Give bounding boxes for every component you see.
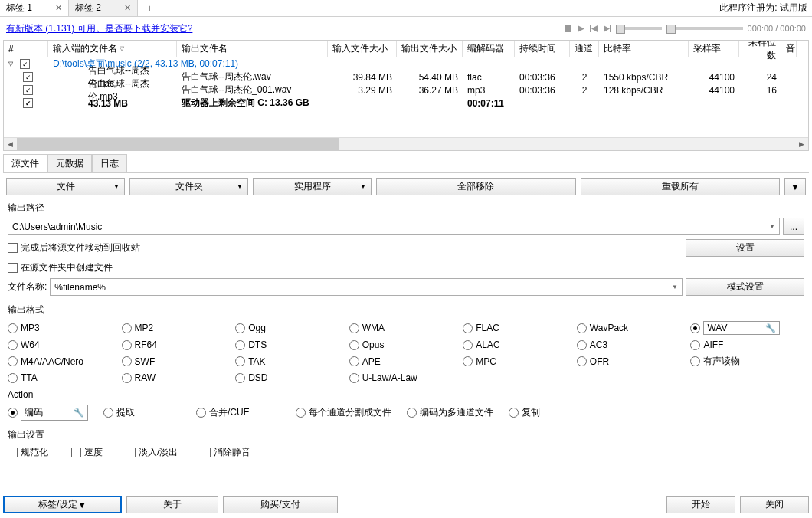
- about-button[interactable]: 关于: [126, 496, 218, 513]
- action-merge[interactable]: 合并/CUE: [196, 406, 250, 419]
- col-duration[interactable]: 持续时间: [515, 41, 570, 57]
- format-option-w64[interactable]: W64: [8, 339, 122, 350]
- radio-icon: [8, 340, 18, 350]
- format-option-raw[interactable]: RAW: [122, 372, 236, 383]
- col-output-file[interactable]: 输出文件名: [177, 41, 328, 57]
- format-option-mp3[interactable]: MP3: [8, 321, 122, 335]
- silence-checkbox[interactable]: 消除静音: [201, 446, 250, 459]
- settings-button[interactable]: 设置: [686, 239, 804, 257]
- col-input-file[interactable]: 输入端的文件名 ▽: [48, 41, 177, 57]
- format-option-ac3[interactable]: AC3: [577, 339, 691, 350]
- horizontal-scrollbar[interactable]: ◀ ▶: [4, 137, 808, 150]
- col-channels[interactable]: 通道: [570, 41, 599, 57]
- sub-tabs: 源文件 元数据 日志: [3, 154, 809, 172]
- format-option-ape[interactable]: APE: [349, 355, 463, 368]
- col-samplerate[interactable]: 采样率: [689, 41, 739, 57]
- format-option-wav[interactable]: WAV🔧: [690, 321, 804, 335]
- filename-pattern-input[interactable]: %filename% ▼: [50, 278, 683, 296]
- action-copy[interactable]: 复制: [509, 406, 540, 419]
- radio-icon: [690, 356, 700, 366]
- folder-button[interactable]: 文件夹▼: [129, 178, 248, 195]
- format-option-alac[interactable]: ALAC: [463, 339, 577, 350]
- action-split[interactable]: 每个通道分割成文件: [296, 406, 391, 419]
- col-number[interactable]: #: [4, 41, 48, 57]
- stop-button[interactable]: [564, 25, 572, 33]
- action-multi[interactable]: 编码为多通道文件: [407, 406, 493, 419]
- scroll-left-icon[interactable]: ◀: [4, 138, 17, 150]
- format-option-dts[interactable]: DTS: [235, 339, 349, 350]
- format-option-dsd[interactable]: DSD: [235, 372, 349, 383]
- subtab-source[interactable]: 源文件: [3, 154, 47, 172]
- format-option-m4a-aac-nero[interactable]: M4A/AAC/Nero: [8, 355, 122, 368]
- prev-button[interactable]: [590, 25, 598, 33]
- wrench-icon[interactable]: 🔧: [765, 323, 776, 333]
- format-option-opus[interactable]: Opus: [349, 339, 463, 350]
- group-checkbox[interactable]: [20, 59, 30, 69]
- subtab-log[interactable]: 日志: [92, 154, 127, 172]
- normalize-checkbox[interactable]: 规范化: [8, 446, 48, 459]
- format-option-rf64[interactable]: RF64: [122, 339, 236, 350]
- format-option-ogg[interactable]: Ogg: [235, 321, 349, 335]
- radio-icon: [349, 373, 359, 383]
- registration-notice: 此程序注册为: 试用版: [719, 2, 807, 15]
- menu-button[interactable]: ▼: [784, 178, 806, 195]
- tab-1[interactable]: 标签 1 ✕: [0, 0, 69, 16]
- close-icon[interactable]: ✕: [124, 3, 131, 13]
- start-button[interactable]: 开始: [666, 496, 735, 513]
- format-option-aiff[interactable]: AIFF: [690, 339, 804, 350]
- scroll-thumb[interactable]: [17, 138, 339, 150]
- scroll-right-icon[interactable]: ▶: [795, 138, 808, 150]
- col-extra[interactable]: 音: [781, 41, 797, 57]
- utility-button[interactable]: 实用程序▼: [253, 178, 372, 195]
- format-option-mpc[interactable]: MPC: [463, 355, 577, 368]
- next-button[interactable]: [603, 25, 611, 33]
- col-bitdepth[interactable]: 采样位数: [739, 41, 781, 57]
- fade-checkbox[interactable]: 淡入/淡出: [126, 446, 178, 459]
- total-checkbox[interactable]: [23, 98, 33, 108]
- format-option-ofr[interactable]: OFR: [577, 355, 691, 368]
- speed-checkbox[interactable]: 速度: [71, 446, 103, 459]
- format-option-u-law-a-law[interactable]: U-Law/A-Law: [349, 372, 463, 383]
- inplace-checkbox[interactable]: [8, 263, 18, 273]
- close-button[interactable]: 关闭: [740, 496, 809, 513]
- row-checkbox[interactable]: [23, 72, 33, 82]
- file-button[interactable]: 文件▼: [6, 178, 125, 195]
- file-row[interactable]: 告白气球--周杰伦.mp3 告白气球--周杰伦_001.wav 3.29 MB …: [4, 84, 808, 97]
- format-option-swf[interactable]: SWF: [122, 355, 236, 368]
- output-path-input[interactable]: C:\Users\admin\Music ▼: [8, 218, 780, 235]
- remove-all-button[interactable]: 全部移除: [376, 178, 576, 195]
- col-output-size[interactable]: 输出文件大小: [397, 41, 463, 57]
- col-input-size[interactable]: 输入文件大小: [328, 41, 397, 57]
- dropdown-icon[interactable]: ▼: [672, 284, 678, 290]
- reload-all-button[interactable]: 重载所有: [581, 178, 781, 195]
- wrench-icon[interactable]: 🔧: [74, 408, 84, 418]
- seek-slider[interactable]: [666, 27, 743, 30]
- play-button[interactable]: [577, 25, 585, 33]
- format-option--[interactable]: 有声读物: [690, 355, 804, 368]
- close-icon[interactable]: ✕: [55, 3, 62, 13]
- browse-button[interactable]: ...: [783, 218, 804, 235]
- action-extract[interactable]: 提取: [103, 406, 135, 419]
- subtab-metadata[interactable]: 元数据: [47, 154, 92, 172]
- action-encode[interactable]: 编码🔧: [8, 405, 88, 421]
- col-codec[interactable]: 编解码器: [463, 41, 515, 57]
- buy-button[interactable]: 购买/支付: [223, 496, 338, 513]
- format-option-mp2[interactable]: MP2: [122, 321, 236, 335]
- format-option-tak[interactable]: TAK: [235, 355, 349, 368]
- format-option-wavpack[interactable]: WavPack: [577, 321, 691, 335]
- dropdown-icon[interactable]: ▼: [769, 223, 775, 230]
- recycle-checkbox[interactable]: [8, 243, 18, 253]
- add-tab-button[interactable]: +: [138, 0, 161, 16]
- tab-settings-button[interactable]: 标签/设定▼: [3, 496, 122, 513]
- volume-slider[interactable]: [616, 27, 662, 30]
- format-option-flac[interactable]: FLAC: [463, 321, 577, 335]
- mode-settings-button[interactable]: 模式设置: [686, 278, 804, 296]
- format-option-wma[interactable]: WMA: [349, 321, 463, 335]
- col-bitrate[interactable]: 比特率: [599, 41, 689, 57]
- row-checkbox[interactable]: [23, 85, 33, 95]
- format-grid: MP3MP2OggWMAFLACWavPackWAV🔧W64RF64DTSOpu…: [3, 318, 809, 386]
- update-link[interactable]: 有新版本 (1.131) 可用。是否要下载并安装它?: [6, 22, 192, 35]
- output-path-label: 输出路径: [3, 200, 809, 216]
- tab-2[interactable]: 标签 2 ✕: [69, 0, 138, 16]
- format-option-tta[interactable]: TTA: [8, 372, 122, 383]
